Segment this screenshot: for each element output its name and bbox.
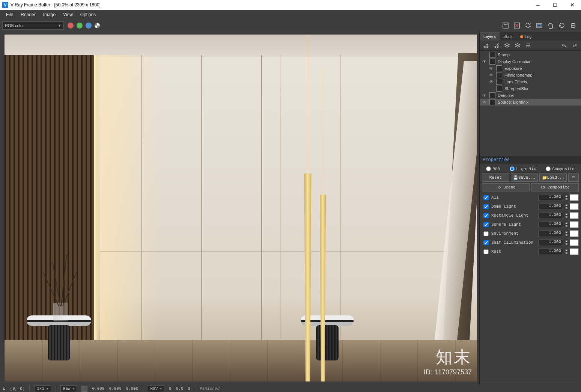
layer-row[interactable]: 👁Lens Effects bbox=[480, 78, 581, 85]
window-close-button[interactable]: ✕ bbox=[564, 0, 581, 10]
light-enable-checkbox[interactable] bbox=[483, 240, 489, 245]
add-layer-icon[interactable] bbox=[483, 42, 489, 49]
light-multiplier-spinner[interactable]: ▲▼ bbox=[564, 213, 568, 219]
layer-row[interactable]: 👁Display Correction bbox=[480, 58, 581, 65]
light-multiplier-input[interactable]: 1.000 bbox=[538, 230, 563, 237]
light-color-swatch[interactable] bbox=[570, 248, 579, 255]
light-multiplier-input[interactable]: 1.000 bbox=[538, 194, 563, 201]
light-multiplier-spinner[interactable]: ▲▼ bbox=[564, 240, 568, 246]
light-enable-checkbox[interactable] bbox=[483, 213, 489, 218]
layer-type-icon bbox=[496, 86, 502, 92]
window-maximize-button[interactable]: ☐ bbox=[546, 0, 564, 10]
window-minimize-button[interactable]: ─ bbox=[529, 0, 546, 10]
properties-header[interactable]: Properties bbox=[480, 156, 581, 164]
status-coords: [0, 0] bbox=[10, 386, 25, 391]
light-row: All1.000▲▼ bbox=[482, 193, 579, 202]
clear-image-icon[interactable] bbox=[512, 21, 521, 30]
light-multiplier-spinner[interactable]: ▲▼ bbox=[564, 249, 568, 255]
tab-log[interactable]: Log bbox=[516, 32, 535, 41]
layer-row[interactable]: Stamp bbox=[480, 51, 581, 58]
undo-icon[interactable] bbox=[561, 42, 567, 49]
pixel-ratio-dropdown[interactable]: 1x1▼ bbox=[34, 385, 51, 392]
light-name: Rest bbox=[491, 249, 537, 254]
reset-button[interactable]: Reset bbox=[482, 173, 509, 182]
light-enable-checkbox[interactable] bbox=[483, 195, 489, 200]
layer-row[interactable]: 👁Exposure bbox=[480, 65, 581, 72]
tab-stats[interactable]: Stats bbox=[500, 32, 516, 41]
light-color-swatch[interactable] bbox=[570, 221, 579, 228]
mode-lightmix-radio[interactable]: LightMix bbox=[510, 166, 536, 171]
layer-row[interactable]: 👁Filmic tonemap bbox=[480, 72, 581, 78]
layer-options-icon[interactable] bbox=[525, 42, 531, 49]
alpha-channel-button[interactable] bbox=[95, 23, 100, 28]
light-color-swatch[interactable] bbox=[570, 239, 579, 246]
light-multiplier-input[interactable]: 1.000 bbox=[538, 203, 563, 210]
light-multiplier-spinner[interactable]: ▲▼ bbox=[564, 204, 568, 210]
visibility-toggle-icon[interactable]: 👁 bbox=[489, 72, 494, 78]
raw-mode-dropdown[interactable]: Raw▼ bbox=[60, 385, 77, 392]
menu-image[interactable]: Image bbox=[39, 10, 59, 19]
light-multiplier-input[interactable]: 1.000 bbox=[538, 212, 563, 219]
lock-icon[interactable]: L bbox=[3, 386, 6, 391]
render-last-icon[interactable] bbox=[557, 21, 566, 30]
to-scene-button[interactable]: To Scene bbox=[482, 183, 530, 191]
save-preset-button[interactable]: 💾 Save... bbox=[511, 173, 538, 182]
light-enable-checkbox[interactable] bbox=[483, 204, 489, 209]
light-enable-checkbox[interactable] bbox=[483, 222, 489, 227]
light-multiplier-input[interactable]: 1.000 bbox=[538, 221, 563, 228]
layer-row[interactable]: 👁Source: LightMix bbox=[480, 99, 581, 106]
light-multiplier-spinner[interactable]: ▲▼ bbox=[564, 222, 568, 228]
layer-name: Display Correction bbox=[498, 59, 531, 64]
load-preset-button[interactable]: 📁 Load... bbox=[539, 173, 567, 182]
light-color-swatch[interactable] bbox=[570, 203, 579, 210]
window-titlebar: V V-Ray Frame Buffer - [50.0% of 2399 x … bbox=[0, 0, 581, 10]
layer-name: Stamp bbox=[498, 53, 510, 57]
layer-row[interactable]: 👁Denoiser bbox=[480, 92, 581, 99]
menu-view[interactable]: View bbox=[59, 10, 77, 19]
light-multiplier-spinner[interactable]: ▲▼ bbox=[564, 194, 568, 201]
green-channel-button[interactable] bbox=[77, 23, 83, 29]
light-color-swatch[interactable] bbox=[570, 230, 579, 237]
layer-type-icon bbox=[489, 59, 495, 65]
light-color-swatch[interactable] bbox=[570, 194, 579, 201]
link-pdplayer-icon[interactable] bbox=[546, 21, 555, 30]
visibility-toggle-icon[interactable]: 👁 bbox=[489, 79, 494, 84]
menu-options[interactable]: Options bbox=[77, 10, 99, 19]
delete-layer-icon[interactable] bbox=[493, 42, 500, 49]
tab-layers[interactable]: Layers bbox=[480, 32, 500, 41]
light-color-swatch[interactable] bbox=[570, 212, 579, 219]
redo-icon[interactable] bbox=[571, 42, 578, 49]
track-mouse-icon[interactable] bbox=[535, 21, 544, 30]
preset-options-button[interactable]: ☰ bbox=[568, 173, 579, 182]
light-multiplier-input[interactable]: 1.000 bbox=[538, 248, 563, 255]
layers-list: Stamp👁Display Correction👁Exposure👁Filmic… bbox=[480, 51, 581, 106]
mode-rgb-radio[interactable]: RGB bbox=[486, 166, 500, 171]
save-image-icon[interactable] bbox=[501, 21, 510, 30]
menu-bar: File Render Image View Options bbox=[0, 10, 581, 19]
region-render-icon[interactable] bbox=[524, 21, 533, 30]
start-ipr-icon[interactable] bbox=[569, 21, 578, 30]
to-composite-button[interactable]: To Composite bbox=[531, 183, 579, 191]
channel-value: RGB color bbox=[5, 23, 24, 28]
light-multiplier-input[interactable]: 1.000 bbox=[538, 239, 563, 246]
mode-composite-radio[interactable]: Composite bbox=[546, 166, 574, 171]
render-viewport[interactable]: 知末 ID: 1170797537 bbox=[0, 32, 479, 384]
visibility-toggle-icon[interactable]: 👁 bbox=[482, 93, 487, 98]
load-layers-icon[interactable] bbox=[514, 42, 521, 49]
red-channel-button[interactable] bbox=[68, 23, 74, 29]
visibility-toggle-icon[interactable]: 👁 bbox=[482, 59, 487, 64]
light-enable-checkbox[interactable] bbox=[483, 249, 489, 254]
lightmix-lights-list: All1.000▲▼Dome Light1.000▲▼Rectangle Lig… bbox=[480, 193, 581, 256]
visibility-toggle-icon[interactable]: 👁 bbox=[489, 66, 494, 71]
light-enable-checkbox[interactable] bbox=[483, 231, 489, 236]
save-layers-icon[interactable] bbox=[504, 42, 510, 49]
menu-file[interactable]: File bbox=[2, 10, 17, 19]
visibility-toggle-icon[interactable]: 👁 bbox=[482, 100, 487, 105]
hsv-mode-dropdown[interactable]: HSV▼ bbox=[148, 385, 165, 392]
channel-dropdown[interactable]: RGB color ▼ bbox=[2, 21, 64, 30]
menu-render[interactable]: Render bbox=[17, 10, 39, 19]
layer-row[interactable]: Sharpen/Blur bbox=[480, 85, 581, 92]
light-multiplier-spinner[interactable]: ▲▼ bbox=[564, 231, 568, 237]
blue-channel-button[interactable] bbox=[86, 23, 92, 29]
render-image: 知末 ID: 1170797537 bbox=[5, 35, 477, 381]
